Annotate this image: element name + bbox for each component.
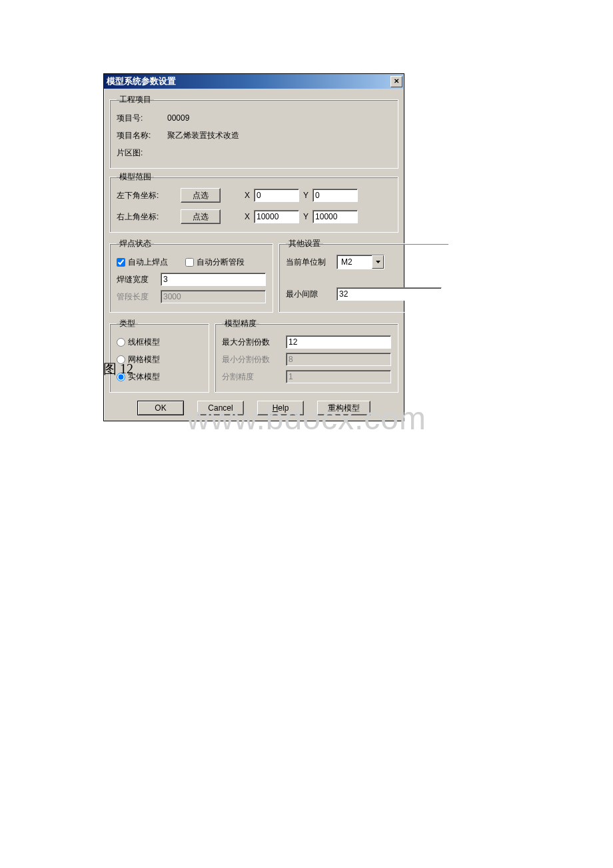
label-tr-coord: 右上角坐标: [117,211,177,223]
value-project-name: 聚乙烯装置技术改造 [167,130,239,141]
legend-weld: 焊点状态 [117,238,154,249]
label-x2: X [245,212,250,221]
label-auto-weld: 自动上焊点 [128,257,168,268]
radio-wireframe[interactable]: 线框模型 [117,337,160,348]
legend-precision: 模型精度 [222,318,259,329]
legend-project: 工程项目 [117,94,154,105]
label-unit: 当前单位制 [286,257,332,268]
chevron-down-icon[interactable] [372,255,384,269]
checkbox-auto-weld[interactable]: 自动上焊点 [117,257,168,268]
legend-range: 模型范围 [117,171,154,183]
value-project-number: 00009 [167,113,189,123]
label-bl-coord: 左下角坐标: [117,190,177,201]
legend-type: 类型 [117,318,138,329]
label-seg-len: 管段长度 [117,291,157,303]
input-min-div [286,353,391,366]
label-wireframe: 线框模型 [128,337,160,348]
select-unit[interactable]: M2 [336,255,384,269]
label-zone: 片区图: [117,147,163,159]
checkbox-auto-weld-input[interactable] [117,258,125,267]
input-tr-x[interactable] [254,210,299,223]
titlebar: 模型系统参数设置 ✕ [104,74,404,89]
label-y: Y [303,191,308,200]
label-auto-break: 自动分断管段 [197,257,245,268]
dialog-title: 模型系统参数设置 [107,75,176,87]
input-bl-x[interactable] [254,189,299,202]
input-precision [286,370,391,383]
svg-marker-0 [376,261,380,263]
label-min-div: 最小分割份数 [222,354,282,365]
input-bl-y[interactable] [312,189,358,202]
label-x: X [245,191,250,200]
radio-wireframe-input[interactable] [117,338,125,347]
close-icon[interactable]: ✕ [390,76,402,87]
label-weld-width: 焊缝宽度 [117,274,157,285]
label-precision: 分割精度 [222,371,282,383]
label-min-gap: 最小间隙 [286,289,332,300]
input-seg-len [161,290,266,303]
label-project-name: 项目名称: [117,130,163,141]
pick-bl-button[interactable]: 点选 [181,188,221,203]
legend-other: 其他设置 [286,238,323,249]
pick-tr-button[interactable]: 点选 [181,209,221,224]
group-type: 类型 线框模型 网格模型 实体模型 [109,318,209,393]
select-unit-value: M2 [337,257,372,267]
group-project: 工程项目 项目号: 00009 项目名称: 聚乙烯装置技术改造 片区图: [109,94,398,169]
input-weld-width[interactable] [161,273,266,286]
label-y2: Y [303,212,308,221]
group-model-range: 模型范围 左下角坐标: 点选 X Y 右上角坐标: 点选 X Y [109,171,398,233]
watermark: www.bdocx.com [0,400,613,437]
group-weld: 焊点状态 自动上焊点 自动分断管段 焊缝宽度 管段长度 [109,238,273,313]
group-precision: 模型精度 最大分割份数 最小分割份数 分割精度 [215,318,398,393]
label-project-number: 项目号: [117,113,163,124]
label-max-div: 最大分割份数 [222,337,282,348]
dialog-window: 模型系统参数设置 ✕ 工程项目 项目号: 00009 项目名称: 聚乙烯装置技术… [103,73,404,421]
group-other: 其他设置 当前单位制 M2 最小间隙 [279,238,449,313]
input-max-div[interactable] [286,335,391,349]
figure-caption: 图 12 [103,360,133,378]
checkbox-auto-break-input[interactable] [185,258,194,267]
input-min-gap[interactable] [336,287,442,301]
input-tr-y[interactable] [312,210,358,223]
checkbox-auto-break[interactable]: 自动分断管段 [185,257,245,268]
